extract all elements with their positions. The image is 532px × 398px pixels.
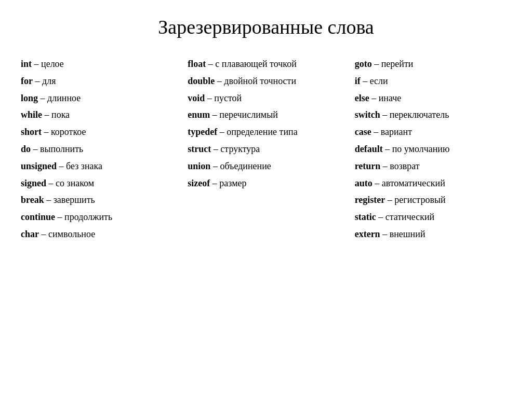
definition: для: [42, 76, 56, 86]
separator: –: [372, 59, 381, 69]
definition: возврат: [390, 161, 419, 171]
keyword-entry: goto – перейти: [355, 57, 511, 72]
keyword: sizeof: [188, 178, 210, 188]
keyword-entry: for – для: [21, 74, 177, 89]
keyword-entry: register – регистровый: [355, 193, 511, 208]
definition: со знаком: [56, 178, 94, 188]
definition: определение типа: [227, 127, 297, 137]
keyword: do: [21, 144, 31, 154]
separator: –: [376, 212, 385, 222]
separator: –: [210, 178, 219, 188]
keyword: case: [355, 127, 371, 137]
keyword: char: [21, 229, 39, 239]
keyword: double: [188, 76, 215, 86]
keyword: int: [21, 59, 32, 69]
definition: объединение: [220, 161, 271, 171]
separator: –: [206, 59, 215, 69]
definition: продолжить: [64, 212, 112, 222]
definition: автоматический: [382, 178, 445, 188]
separator: –: [210, 161, 220, 171]
keyword: extern: [355, 229, 380, 239]
separator: –: [32, 59, 41, 69]
keyword-entry: void – пустой: [188, 91, 344, 106]
keyword: struct: [188, 144, 211, 154]
keyword-entry: unsigned – без знака: [21, 159, 177, 174]
keyword: goto: [355, 59, 372, 69]
keyword-entry: auto – автоматический: [355, 176, 511, 191]
definition: внешний: [390, 229, 425, 239]
keyword-entry: default – по умолчанию: [355, 142, 511, 157]
definition: переключатель: [390, 109, 449, 120]
keyword: if: [355, 76, 361, 86]
keyword: register: [355, 195, 385, 205]
keyword: else: [355, 93, 369, 103]
definition: двойной точности: [224, 76, 296, 86]
keyword: signed: [21, 178, 46, 188]
page-title: Зарезервированные слова: [21, 16, 511, 38]
separator: –: [215, 76, 224, 86]
column-1: int – целоеfor – дляlong – длинноеwhile …: [21, 57, 177, 244]
keyword: break: [21, 195, 44, 205]
separator: –: [380, 109, 390, 120]
keyword: enum: [188, 109, 210, 120]
keyword: typedef: [188, 127, 217, 137]
separator: –: [385, 195, 394, 205]
separator: –: [371, 127, 381, 137]
keyword-entry: float – с плавающей точкой: [188, 57, 344, 72]
keyword: while: [21, 109, 42, 120]
definition: регистровый: [394, 195, 445, 205]
keyword-entry: long – длинное: [21, 91, 177, 106]
keyword-entry: sizeof – размер: [188, 176, 344, 191]
definition: целое: [41, 59, 64, 69]
column-2: float – с плавающей точкойdouble – двойн…: [188, 57, 344, 193]
keyword-entry: double – двойной точности: [188, 74, 344, 89]
separator: –: [46, 178, 56, 188]
separator: –: [38, 93, 47, 103]
separator: –: [31, 144, 40, 154]
keyword: float: [188, 59, 206, 69]
definition: вариант: [381, 127, 412, 137]
separator: –: [55, 212, 64, 222]
separator: –: [369, 93, 379, 103]
definition: по умолчанию: [392, 144, 450, 154]
keyword-entry: if – если: [355, 74, 511, 89]
keyword-entry: char – символьное: [21, 227, 177, 242]
keyword-entry: break – завершить: [21, 193, 177, 208]
keyword-entry: else – иначе: [355, 91, 511, 106]
keyword: switch: [355, 109, 380, 120]
separator: –: [217, 127, 227, 137]
separator: –: [57, 161, 66, 171]
separator: –: [39, 229, 48, 239]
keyword-entry: enum – перечислимый: [188, 107, 344, 122]
separator: –: [373, 178, 382, 188]
keyword: union: [188, 161, 210, 171]
definition: короткое: [51, 127, 86, 137]
keyword-entry: case – вариант: [355, 125, 511, 140]
keyword: default: [355, 144, 383, 154]
keyword: void: [188, 93, 205, 103]
keyword-entry: return – возврат: [355, 159, 511, 174]
definition: структура: [220, 144, 260, 154]
separator: –: [211, 144, 220, 154]
definition: статический: [385, 212, 435, 222]
keyword-entry: static – статический: [355, 210, 511, 225]
definition: иначе: [379, 93, 402, 103]
column-3: goto – перейтиif – еслиelse – иначеswitc…: [355, 57, 511, 244]
keyword-entry: typedef – определение типа: [188, 125, 344, 140]
keyword: for: [21, 76, 33, 86]
keyword: continue: [21, 212, 55, 222]
keyword: return: [355, 161, 381, 171]
definition: размер: [219, 178, 246, 188]
separator: –: [205, 93, 214, 103]
keyword-entry: int – целое: [21, 57, 177, 72]
definition: без знака: [66, 161, 102, 171]
definition: длинное: [47, 93, 81, 103]
separator: –: [33, 76, 42, 86]
keyword-entry: struct – структура: [188, 142, 344, 157]
separator: –: [42, 109, 51, 120]
keyword: short: [21, 127, 42, 137]
definition: с плавающей точкой: [215, 59, 296, 69]
keyword-entry: continue – продолжить: [21, 210, 177, 225]
separator: –: [361, 76, 370, 86]
definition: перечислимый: [219, 109, 278, 120]
